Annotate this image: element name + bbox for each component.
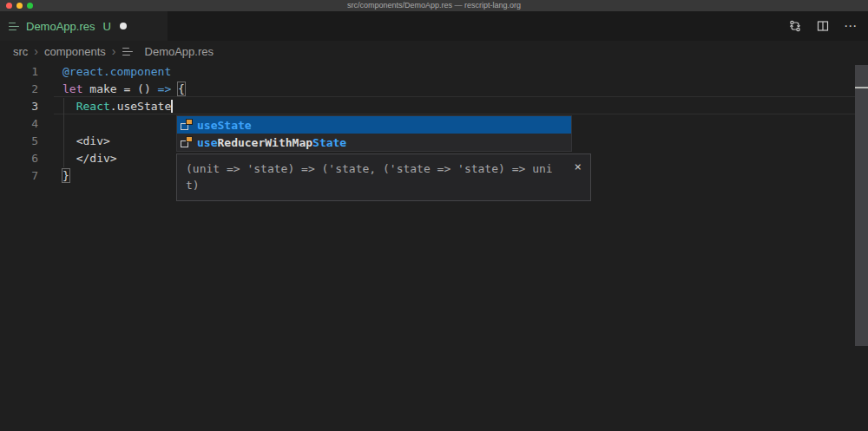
close-icon[interactable]: ×	[575, 160, 582, 173]
indent-token	[62, 100, 76, 113]
code-editor[interactable]: 1 @react.component 2 let make = () => { …	[0, 62, 868, 431]
minimize-window-button[interactable]	[16, 3, 23, 9]
line-number: 7	[0, 167, 38, 185]
breadcrumb-file[interactable]: DemoApp.res	[145, 45, 214, 58]
window-title: src/components/DemoApp.res — rescript-la…	[0, 0, 868, 11]
annotation-token: @react.component	[62, 65, 171, 78]
suggestion-label: useReducerWithMapState	[197, 136, 346, 149]
unsaved-dot-icon[interactable]	[120, 23, 127, 29]
breadcrumb-src[interactable]: src	[13, 45, 28, 58]
symbol-field-icon	[180, 118, 194, 132]
line-number: 6	[0, 150, 38, 167]
jsx-token: </div>	[62, 152, 117, 165]
more-actions-button[interactable]: ⋯	[842, 17, 859, 35]
git-status-badge: U	[102, 20, 110, 33]
open-changes-button[interactable]	[786, 17, 804, 35]
symbol-field-icon	[180, 135, 194, 149]
zoom-window-button[interactable]	[27, 3, 33, 9]
indent-guide	[63, 98, 64, 167]
suggestion-label: useState	[197, 119, 252, 132]
line-number: 2	[0, 81, 38, 98]
suggestion-list: useState useReducerWithMapState	[176, 115, 572, 152]
file-icon	[9, 22, 20, 31]
line-number: 5	[0, 133, 38, 150]
suggestion-usereducerwithmapstate[interactable]: useReducerWithMapState	[177, 134, 571, 151]
matched-text: State	[312, 136, 346, 149]
keyword-token: let	[62, 82, 82, 95]
chevron-right-icon: ›	[111, 44, 117, 58]
breadcrumb: src › components › DemoApp.res	[0, 41, 868, 62]
matched-bracket: }	[62, 168, 70, 183]
label-text: ReducerWithMap	[217, 136, 312, 149]
compare-changes-icon	[788, 19, 802, 33]
code-line-3: 3 React.useState	[0, 98, 868, 115]
autocomplete-popup: useState useReducerWithMapState × (unit …	[176, 115, 591, 201]
arrow-token: =>	[158, 82, 172, 95]
close-window-button[interactable]	[6, 3, 12, 9]
dot-token: .	[110, 100, 117, 113]
overview-cursor-marker	[855, 87, 868, 88]
tab-bar: DemoApp.res U ⋯	[0, 11, 868, 41]
module-token: React	[76, 100, 110, 113]
tab-demoapp[interactable]: DemoApp.res U	[0, 11, 168, 41]
code-token: make = ()	[82, 82, 157, 95]
split-editor-icon	[816, 19, 830, 33]
line-number: 4	[0, 115, 38, 133]
code-line-1: 1 @react.component	[0, 63, 868, 81]
suggestion-details: × (unit => 'state) => ('state, ('state =…	[176, 153, 591, 201]
vscode-window: src/components/DemoApp.res — rescript-la…	[0, 0, 868, 431]
breadcrumb-components[interactable]: components	[44, 45, 106, 58]
text-cursor	[171, 100, 173, 113]
chevron-right-icon: ›	[33, 44, 39, 58]
matched-bracket: {	[177, 82, 186, 96]
line-number-active: 3	[0, 98, 38, 115]
type-signature: (unit => 'state) => ('state, ('state => …	[186, 160, 562, 193]
scrollbar[interactable]	[855, 65, 868, 346]
code-line-2: 2 let make = () => {	[0, 81, 868, 98]
tab-label: DemoApp.res	[26, 20, 95, 33]
title-bar: src/components/DemoApp.res — rescript-la…	[0, 0, 868, 11]
split-editor-button[interactable]	[814, 17, 832, 35]
matched-text: use	[197, 136, 217, 149]
file-icon	[122, 47, 134, 56]
suggestion-usestate[interactable]: useState	[177, 116, 571, 134]
jsx-token: <div>	[62, 134, 110, 147]
line-number: 1	[0, 63, 38, 81]
traffic-lights	[6, 0, 33, 11]
identifier-token: useState	[117, 100, 172, 113]
matched-text: useState	[197, 119, 252, 132]
editor-actions: ⋯	[786, 11, 859, 41]
